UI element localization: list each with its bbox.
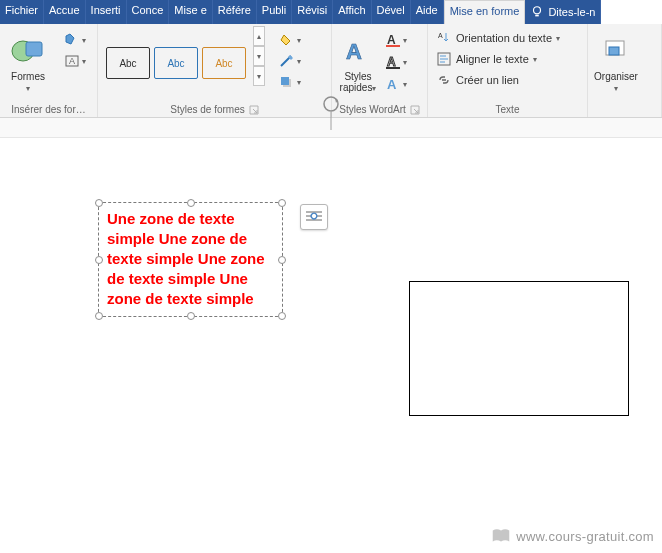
svg-point-0 — [534, 7, 541, 14]
resize-handle-br[interactable] — [278, 312, 286, 320]
tab-tell-me[interactable]: Dites-le-n — [525, 0, 601, 24]
shape-fill-button[interactable]: ▾ — [273, 30, 307, 50]
tab-fichier[interactable]: Fichier — [0, 0, 44, 24]
shape-style-1[interactable]: Abc — [106, 47, 150, 79]
svg-rect-11 — [386, 67, 400, 69]
textbox-content[interactable]: Une zone de texte simple Une zone de tex… — [99, 203, 282, 316]
watermark: www.cours-gratuit.com — [490, 525, 654, 547]
group-insert-shapes-label: Insérer des for… — [4, 102, 93, 117]
text-direction-label: Orientation du texte — [456, 32, 552, 44]
layout-options-icon — [305, 209, 323, 225]
tab-revision[interactable]: Révisi — [292, 0, 333, 24]
create-link-button[interactable]: Créer un lien — [436, 70, 560, 90]
layout-options-button[interactable] — [300, 204, 328, 230]
svg-rect-16 — [609, 47, 619, 55]
quick-styles-button[interactable]: A Styles rapides▾ — [336, 26, 380, 98]
shape-effects-button[interactable]: ▾ — [273, 72, 307, 92]
arrange-label: Organiser — [594, 71, 638, 82]
svg-rect-2 — [26, 42, 42, 56]
shapes-label: Formes — [11, 71, 45, 82]
group-wordart-label: Styles WordArt — [339, 104, 406, 115]
tab-mise-en-page[interactable]: Mise e — [169, 0, 212, 24]
tab-publipostage[interactable]: Publi — [257, 0, 292, 24]
shape-style-3[interactable]: Abc — [202, 47, 246, 79]
svg-text:A: A — [387, 77, 397, 92]
rectangle-shape[interactable] — [409, 281, 629, 416]
tell-me-label: Dites-le-n — [548, 6, 595, 18]
tab-conception[interactable]: Conce — [127, 0, 170, 24]
gallery-up-icon[interactable]: ▴ — [253, 26, 265, 46]
dialog-launcher-icon[interactable] — [410, 105, 420, 115]
svg-text:A: A — [438, 32, 443, 39]
resize-handle-tl[interactable] — [95, 199, 103, 207]
text-direction-icon: A — [436, 30, 452, 46]
ribbon-tabs: Fichier Accue Inserti Conce Mise e Référ… — [0, 0, 662, 24]
tab-accueil[interactable]: Accue — [44, 0, 86, 24]
resize-handle-tc[interactable] — [187, 199, 195, 207]
draw-textbox-button[interactable]: A▾ — [58, 51, 92, 71]
rotate-handle[interactable] — [321, 94, 341, 134]
shapes-icon — [10, 31, 46, 71]
wordart-icon: A — [344, 31, 372, 71]
arrange-icon — [602, 31, 630, 71]
svg-rect-6 — [281, 77, 289, 85]
group-arrange-label — [592, 113, 657, 117]
align-text-label: Aligner le texte — [456, 53, 529, 65]
text-fill-button[interactable]: A▾ — [382, 30, 410, 50]
selected-textbox[interactable]: Une zone de texte simple Une zone de tex… — [98, 202, 283, 317]
group-shape-styles-label: Styles de formes — [170, 104, 244, 115]
svg-text:A: A — [69, 56, 75, 66]
document-canvas[interactable]: Une zone de texte simple Une zone de tex… — [0, 138, 662, 553]
watermark-text: www.cours-gratuit.com — [516, 529, 654, 544]
create-link-label: Créer un lien — [456, 74, 519, 86]
shape-style-2[interactable]: Abc — [154, 47, 198, 79]
shape-style-gallery[interactable]: Abc Abc Abc ▴ ▾ ▾ — [102, 26, 265, 86]
text-outline-button[interactable]: A▾ — [382, 52, 410, 72]
tab-references[interactable]: Référe — [213, 0, 257, 24]
gallery-down-icon[interactable]: ▾ — [253, 46, 265, 66]
tab-affichage[interactable]: Affich — [333, 0, 371, 24]
tab-insertion[interactable]: Inserti — [86, 0, 127, 24]
book-icon — [490, 525, 512, 547]
svg-text:A: A — [346, 39, 362, 64]
tab-mise-en-forme[interactable]: Mise en forme — [444, 0, 526, 24]
lightbulb-icon — [530, 5, 544, 19]
text-effects-button[interactable]: A▾ — [382, 74, 410, 94]
edit-shape-button[interactable]: ▾ — [58, 30, 92, 50]
svg-text:A: A — [387, 33, 396, 47]
tab-aide[interactable]: Aide — [411, 0, 444, 24]
shapes-button[interactable]: Formes▾ — [4, 26, 52, 98]
tab-developpeur[interactable]: Dével — [372, 0, 411, 24]
quick-styles-label: Styles rapides — [340, 71, 373, 93]
group-text-label: Texte — [432, 102, 583, 117]
svg-rect-9 — [386, 45, 400, 47]
shape-outline-button[interactable]: ▾ — [273, 51, 307, 71]
resize-handle-bc[interactable] — [187, 312, 195, 320]
text-direction-button[interactable]: A Orientation du texte▾ — [436, 28, 560, 48]
arrange-button[interactable]: Organiser▾ — [592, 26, 640, 98]
svg-text:A: A — [387, 55, 396, 69]
resize-handle-bl[interactable] — [95, 312, 103, 320]
resize-handle-mr[interactable] — [278, 256, 286, 264]
dialog-launcher-icon[interactable] — [249, 105, 259, 115]
link-icon — [436, 72, 452, 88]
gallery-more-icon[interactable]: ▾ — [253, 66, 265, 86]
resize-handle-ml[interactable] — [95, 256, 103, 264]
align-text-icon — [436, 51, 452, 67]
resize-handle-tr[interactable] — [278, 199, 286, 207]
align-text-button[interactable]: Aligner le texte▾ — [436, 49, 560, 69]
